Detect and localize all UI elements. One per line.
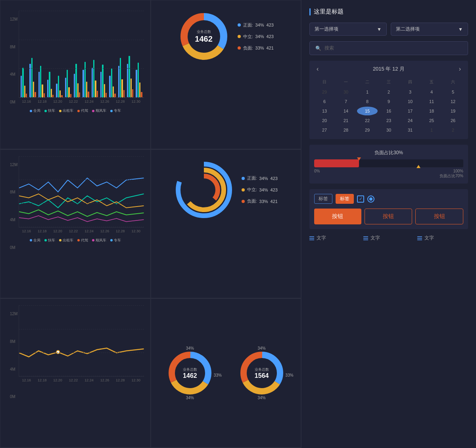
progress-labels: 0% 100% (314, 169, 463, 173)
cal-day[interactable]: 6 (314, 97, 335, 106)
selector2-button[interactable]: 第二选择项 ▼ (391, 23, 468, 36)
stat-negative: 负面: 33% 421 (238, 45, 274, 51)
y-axis-labels: 12M 8M 4M 0M (10, 17, 17, 104)
multi-ring-box: 正面: 34% 423 中立: 34% 423 负面: (151, 149, 301, 299)
legend-item-kuaiche: 快车 (44, 108, 55, 113)
button3[interactable]: 按钮 (415, 209, 463, 224)
cal-day[interactable]: 22 (357, 116, 378, 125)
donut4-wrapper: 业务总数 1564 34% 33% 34% (238, 349, 286, 397)
single-y-labels: 12M 8M 4M 0M (10, 312, 17, 399)
stat-positive: 正面: 34% 423 (242, 175, 278, 181)
cal-weekday: 一 (336, 77, 356, 87)
cal-day[interactable]: 5 (443, 88, 463, 96)
cal-day[interactable]: 4 (421, 88, 442, 96)
cal-day[interactable]: 7 (336, 97, 356, 106)
cal-day[interactable]: 10 (400, 97, 420, 106)
chevron-down-icon: ▼ (377, 27, 382, 32)
line-gridlines (19, 156, 144, 227)
selector1-button[interactable]: 第一选择项 ▼ (309, 23, 387, 36)
cal-next-button[interactable]: › (457, 65, 463, 73)
multi-ring-chart (174, 160, 234, 220)
cal-day[interactable]: 14 (336, 107, 356, 115)
cal-day[interactable]: 27 (314, 126, 335, 134)
cal-day[interactable]: 23 (378, 116, 399, 125)
stat-neutral: 中立: 34% 423 (238, 34, 274, 40)
button2[interactable]: 按钮 (365, 209, 413, 224)
legend-item-chuzuche: 出租车 (59, 108, 73, 113)
cal-day[interactable]: 11 (421, 97, 442, 106)
donut1-box: 业务总数 1462 正面: 34% 423 中立: (151, 0, 301, 149)
progress-fill (314, 159, 359, 167)
progress-marker1 (357, 157, 361, 161)
cal-day[interactable]: 12 (443, 97, 463, 106)
cal-weekday: 二 (357, 77, 378, 87)
cal-day[interactable]: 17 (400, 107, 420, 115)
checkbox-icon[interactable]: ✓ (357, 195, 364, 203)
cal-day[interactable]: 18 (421, 107, 442, 115)
text-link3[interactable]: 文字 (417, 235, 468, 241)
donut1-value: 1462 (195, 34, 213, 44)
progress-sublabel: 负面占比70% (314, 173, 463, 179)
progress-end: 100% (453, 169, 463, 173)
donut4-center: 业务总数 1564 (255, 367, 269, 379)
cal-day[interactable]: 30 (378, 126, 399, 134)
search-box[interactable]: 🔍 搜索 (309, 41, 468, 55)
tag2[interactable]: 标签 (336, 194, 354, 204)
chart-row-3: 12M 8M 4M 0M (0, 299, 301, 448)
cal-day[interactable]: 30 (336, 88, 356, 96)
dual-donut-box: 业务总数 1462 34% 33% 34% (151, 299, 301, 448)
stat-neutral: 中立: 34% 423 (242, 187, 278, 193)
bar-chart-area (19, 11, 144, 98)
cal-day-today[interactable]: 15 (357, 107, 378, 115)
tag1[interactable]: 标签 (314, 194, 332, 204)
bar-chart-legend: 全局 快车 出租车 代驾 (7, 108, 144, 113)
cal-day[interactable]: 24 (400, 116, 420, 125)
cal-day[interactable]: 26 (443, 116, 463, 125)
text-link1[interactable]: 文字 (309, 235, 360, 241)
y-label-12m: 12M (10, 17, 17, 21)
cal-day[interactable]: 9 (378, 97, 399, 106)
title-accent (309, 8, 311, 15)
progress-start: 0% (314, 169, 320, 173)
cal-day[interactable]: 1 (357, 88, 378, 96)
text-links-row: 文字 文字 文字 (309, 235, 468, 241)
cal-day[interactable]: 8 (357, 97, 378, 106)
right-panel: 这里是标题 第一选择项 ▼ 第二选择项 ▼ 🔍 搜索 ‹ 2015 年 12 月… (301, 0, 476, 448)
single-x-labels: 12.1612.1812.2012.22 12.2412.2612.2812.3… (19, 378, 144, 382)
legend-item: 全局 (30, 238, 40, 243)
cal-day[interactable]: 2 (443, 126, 463, 134)
cal-day[interactable]: 20 (314, 116, 335, 125)
stat-negative: 负面: 33% 421 (242, 198, 278, 204)
cal-day[interactable]: 25 (421, 116, 442, 125)
x-axis-labels: 12.1612.1812.2012.22 12.2412.2612.2812.3… (19, 100, 144, 103)
donut3-center: 业务总数 1462 (183, 367, 197, 379)
legend-item: 快车 (44, 238, 55, 243)
cal-day[interactable]: 29 (314, 88, 335, 96)
text-link2[interactable]: 文字 (363, 235, 414, 241)
donut1-stats: 正面: 34% 423 中立: 34% 423 负面: (238, 22, 274, 51)
progress-bar-container (314, 159, 463, 167)
radio-icon[interactable] (367, 195, 374, 203)
buttons-row: 按钮 按钮 按钮 (314, 209, 463, 224)
cal-day[interactable]: 29 (357, 126, 378, 134)
search-icon: 🔍 (315, 46, 321, 51)
button1[interactable]: 按钮 (314, 209, 361, 224)
cal-day[interactable]: 13 (314, 107, 335, 115)
cal-day[interactable]: 1 (421, 126, 442, 134)
cal-day[interactable]: 31 (400, 126, 420, 134)
cal-prev-button[interactable]: ‹ (314, 65, 321, 73)
donut1-chart: 业务总数 1462 (178, 11, 230, 62)
legend-item: 代驾 (77, 238, 88, 243)
cal-day[interactable]: 21 (336, 116, 356, 125)
cal-day[interactable]: 2 (378, 88, 399, 96)
cal-day[interactable]: 28 (336, 126, 356, 134)
cal-day[interactable]: 3 (400, 88, 420, 96)
line-chart-box: 12M 8M 4M 0M (0, 149, 151, 299)
calendar-title: 2015 年 12 月 (373, 65, 405, 73)
legend-item-daijia: 代驾 (77, 108, 88, 113)
bar-chart-box: 12M 8M 4M 0M (0, 0, 151, 149)
progress-section: 负面占比30% 0% 100% 负面占比70% (309, 145, 468, 184)
cal-day[interactable]: 19 (443, 107, 463, 115)
legend-item: 顺风车 (92, 238, 106, 243)
cal-day[interactable]: 16 (378, 107, 399, 115)
